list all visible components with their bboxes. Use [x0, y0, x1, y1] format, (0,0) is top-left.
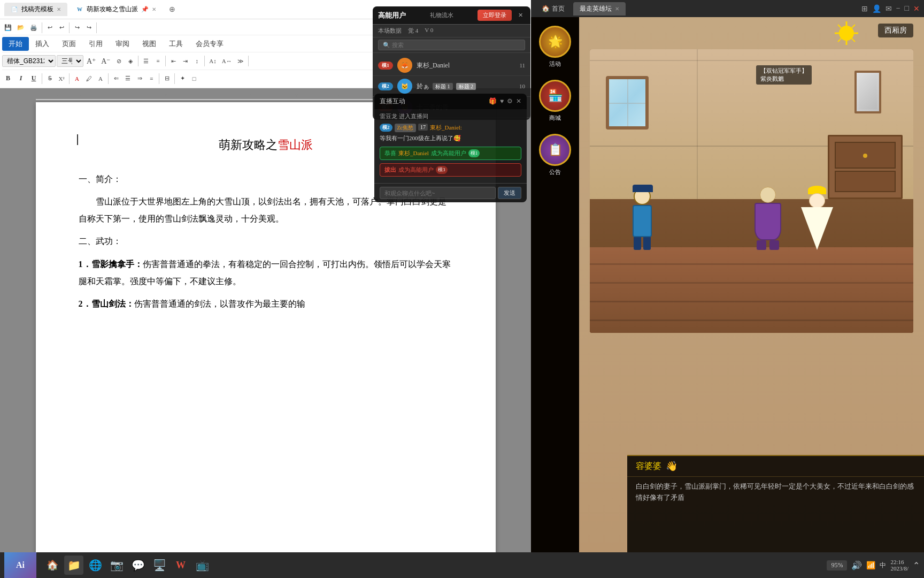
game-home-tab[interactable]: 🏠 首页 [535, 2, 571, 16]
notify2-badge: 模3 [436, 166, 448, 174]
live-close[interactable]: ✕ [516, 97, 521, 105]
taskbar-dingtalk[interactable]: 💬 [128, 556, 148, 575]
line-spacing[interactable]: ↕ [191, 57, 202, 65]
char1-hat [633, 185, 653, 192]
indent-decrease[interactable]: ⇤ [168, 57, 179, 66]
game-close-icon[interactable]: ✕ [913, 4, 920, 13]
tray-expand[interactable]: ⌃ [913, 560, 920, 571]
menu-insert[interactable]: 插入 [29, 37, 56, 51]
print-btn[interactable]: 🖨️ [28, 23, 40, 32]
redo-arrow[interactable]: ↪ [83, 23, 94, 32]
tab-doc-pin: 📌 [141, 6, 149, 13]
tab-pdf[interactable]: 📄 找稿壳模板 ✕ [4, 3, 67, 16]
login-button[interactable]: 立即登录 [478, 10, 512, 21]
underline-button[interactable]: U [28, 73, 40, 85]
font-color-btn[interactable]: A [72, 74, 82, 83]
tray-sound[interactable]: 🔊 [851, 560, 862, 571]
game-mail-icon[interactable]: ✉ [886, 4, 892, 13]
align-right[interactable]: ⇒ [134, 74, 145, 83]
live-settings-icon[interactable]: ⚙ [507, 97, 513, 105]
menu-review[interactable]: 审阅 [109, 37, 136, 51]
open-btn[interactable]: 📂 [15, 23, 27, 32]
font-size-select[interactable]: 三号 [57, 55, 83, 67]
undo-btn[interactable]: ↩ [44, 23, 55, 32]
menu-page[interactable]: 页面 [56, 37, 82, 51]
char3-feet [757, 240, 779, 250]
list-ordered[interactable]: ≡ [152, 57, 163, 65]
live-title: 直播互动 [380, 97, 405, 106]
tray-ime[interactable]: 中 [880, 561, 886, 570]
live-chat-input[interactable] [380, 187, 496, 199]
room-mirror [854, 71, 881, 113]
nav-item-activity[interactable]: 🌟 活动 [539, 22, 571, 71]
text-color-btn[interactable]: A [95, 74, 106, 83]
live-heart-icon[interactable]: ♥ [500, 97, 504, 105]
notify1-badge: 模1 [468, 149, 480, 157]
more-format[interactable]: ≫ [235, 57, 246, 66]
list-unordered[interactable]: ☰ [141, 57, 151, 66]
tab-pdf-close[interactable]: ✕ [57, 6, 61, 12]
stream-close[interactable]: ✕ [516, 11, 525, 20]
nav-item-shop[interactable]: 🏪 商城 [539, 77, 571, 125]
align-left[interactable]: ⇐ [111, 74, 121, 83]
west-label: 西厢房 [878, 24, 913, 37]
tray-wifi[interactable]: 📶 [866, 561, 875, 570]
taskbar-wps[interactable]: W [171, 556, 190, 575]
game-main-tab[interactable]: 最走英雄坛 ✕ [573, 2, 626, 16]
msg1-text: 等我有一门200级在上再说了🥰 [380, 134, 461, 142]
user2-name: 於ぁ 标题 1 标题 2 [417, 82, 515, 91]
tab-add-button[interactable]: ⊕ [165, 3, 180, 16]
highlight-btn[interactable]: 🖊 [83, 74, 94, 83]
columns-btn[interactable]: ⊟ [161, 74, 172, 83]
taskbar-browser-edge[interactable]: 🌐 [86, 556, 105, 575]
game-maximize-icon[interactable]: □ [905, 4, 909, 13]
italic-button[interactable]: I [15, 73, 27, 85]
menu-view[interactable]: 视图 [136, 37, 163, 51]
text-direction[interactable]: A↕ [207, 57, 218, 65]
redo-btn[interactable]: ↪ [72, 23, 82, 32]
live-header-buttons: 🎁 ♥ ⚙ ✕ [489, 97, 521, 105]
effects-btn[interactable]: ✦ [177, 74, 188, 83]
border-btn[interactable]: □ [189, 74, 199, 83]
strikethrough-btn[interactable]: S̶ [44, 74, 55, 83]
game-tab-close[interactable]: ✕ [615, 6, 619, 12]
save-btn[interactable]: 💾 [2, 23, 14, 32]
menu-vip[interactable]: 会员专享 [189, 37, 230, 51]
menu-ref[interactable]: 引用 [82, 37, 109, 51]
undo-arrow[interactable]: ↩ [56, 23, 67, 32]
game-minimize-icon[interactable]: − [896, 4, 900, 13]
taskbar-kingosoft[interactable]: 📷 [107, 556, 126, 575]
font-size-decrease[interactable]: A⁻ [99, 56, 112, 67]
indent-increase[interactable]: ⇥ [180, 57, 190, 66]
tab-doc[interactable]: W 萌新攻略之雪山派 📌 ✕ [70, 3, 163, 16]
section-skills: 二、武功： [79, 234, 453, 249]
taskbar-explorer[interactable]: 📁 [64, 556, 83, 575]
live-gift-icon[interactable]: 🎁 [489, 97, 497, 105]
taskbar-video[interactable]: 📺 [192, 556, 212, 575]
taskbar-home[interactable]: 🏠 [43, 556, 62, 575]
character-2[interactable] [801, 186, 833, 250]
bold-button[interactable]: B [2, 73, 14, 85]
align-justify[interactable]: ≡ [146, 74, 157, 83]
menu-tools[interactable]: 工具 [163, 37, 189, 51]
superscript-btn[interactable]: X² [56, 74, 67, 83]
font-size-increase[interactable]: A⁺ [84, 56, 98, 67]
game-settings-icon[interactable]: ⊞ [861, 4, 868, 13]
sun-svg [833, 20, 860, 47]
character-1[interactable] [633, 188, 652, 250]
align-center[interactable]: ☰ [122, 74, 133, 83]
ai-button[interactable]: Ai [4, 552, 36, 578]
live-send-button[interactable]: 发送 [498, 187, 521, 199]
font-family-select[interactable]: 楷体_GB2312 [2, 55, 56, 67]
font-emoji[interactable]: ◈ [125, 57, 136, 66]
font-clear[interactable]: ⊘ [113, 57, 124, 66]
taskbar-pcmgr[interactable]: 🖥️ [150, 556, 169, 575]
search-input[interactable] [378, 40, 525, 50]
svg-point-0 [839, 26, 854, 41]
character-3[interactable] [754, 187, 781, 250]
tab-doc-close[interactable]: ✕ [152, 6, 156, 12]
nav-item-notice[interactable]: 📋 公告 [539, 131, 571, 179]
char-spacing[interactable]: A↔ [220, 57, 234, 65]
game-user-icon[interactable]: 👤 [872, 4, 881, 13]
menu-start[interactable]: 开始 [2, 37, 29, 51]
